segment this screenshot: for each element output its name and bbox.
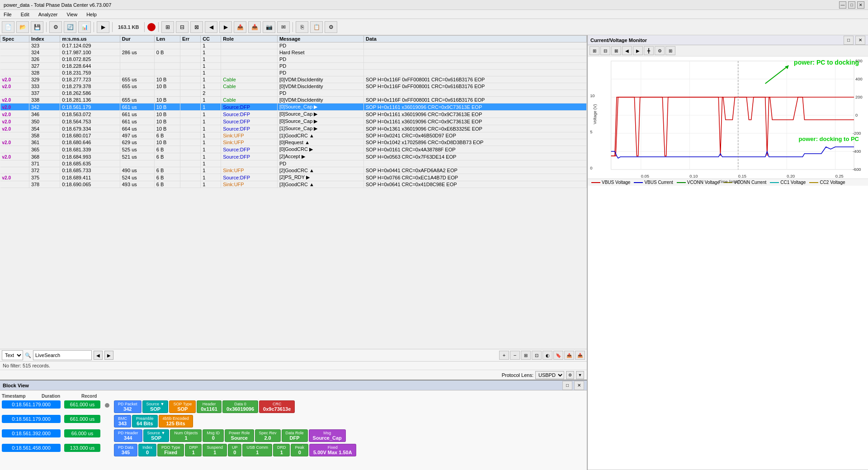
- zoom-out-button[interactable]: ⊟: [176, 21, 189, 33]
- protocol-expand-button[interactable]: ▼: [576, 371, 584, 379]
- settings-button[interactable]: ⚙: [49, 21, 62, 33]
- cell-index: 327: [29, 63, 60, 70]
- search-nav-next[interactable]: ▶: [104, 351, 113, 360]
- open-file-button[interactable]: 📂: [16, 21, 29, 33]
- protocol-config-button[interactable]: ⚙: [566, 371, 574, 379]
- table-row[interactable]: 371 0:18.685.635 1 PD: [0, 160, 587, 167]
- block-view-close[interactable]: ✕: [574, 381, 584, 390]
- filter-button[interactable]: ⊞: [521, 351, 531, 360]
- menu-help[interactable]: Help: [85, 12, 99, 17]
- cell-message: [0]Source_Cap ▶: [277, 118, 363, 125]
- cell-role: Sink:UFP: [221, 167, 278, 174]
- cv-table[interactable]: ⊞: [665, 46, 675, 55]
- cell-len: 10 B: [154, 139, 180, 146]
- maximize-button[interactable]: □: [848, 1, 855, 9]
- table-row[interactable]: v2.0 354 0:18.679.334 664 us 10 B 1 Sour…: [0, 125, 587, 132]
- menu-analyzer[interactable]: Analyzer: [37, 12, 60, 17]
- cv-pan-right[interactable]: ▶: [633, 46, 643, 55]
- search-input[interactable]: [33, 350, 92, 360]
- protocol-select[interactable]: USBPD USB: [535, 371, 564, 379]
- cell-cc: 1: [201, 139, 221, 146]
- refresh-button[interactable]: 🔄: [64, 21, 76, 33]
- table-scroll[interactable]: Spec Index m:s.ms.us Dur Len Err CC Role…: [0, 35, 587, 349]
- table-row[interactable]: 324 0:17.987.100 286 us 0 B 1 Hard Reset: [0, 49, 587, 56]
- table-row[interactable]: 372 0:18.685.733 490 us 6 B 1 Sink:UFP […: [0, 167, 587, 174]
- remove-row-button[interactable]: −: [510, 351, 520, 360]
- cell-data: SOP H=0x1361 x36019096 CRC=0xE6B3325E EO…: [364, 125, 587, 132]
- table-row[interactable]: v2.0 361 0:18.680.646 629 us 10 B 1 Sink…: [0, 139, 587, 146]
- new-file-button[interactable]: 📄: [2, 21, 14, 33]
- prev-button[interactable]: ◀: [205, 21, 217, 33]
- save-file-button[interactable]: 💾: [31, 21, 43, 33]
- menu-view[interactable]: View: [65, 12, 80, 17]
- table-row[interactable]: 337 0:18.262.586 2 PD: [0, 90, 587, 97]
- table-row[interactable]: 328 0:18.231.759 1 PD: [0, 70, 587, 76]
- svg-text:5: 5: [590, 130, 592, 134]
- cell-len: 6 B: [154, 132, 180, 139]
- minimize-button[interactable]: —: [839, 1, 846, 9]
- table-row[interactable]: 358 0:18.680.017 497 us 6 B 1 Sink:UFP […: [0, 132, 587, 139]
- copy-button[interactable]: ⎘: [296, 21, 308, 33]
- collapse-button[interactable]: ◐: [542, 351, 552, 360]
- fit-button[interactable]: ⊠: [190, 21, 203, 33]
- analyze-button[interactable]: 📊: [78, 21, 91, 33]
- table-row[interactable]: 365 0:18.681.339 525 us 6 B 1 Source:DFP…: [0, 146, 587, 153]
- cell-role: Sink:UFP: [221, 139, 278, 146]
- cell-index: 324: [29, 49, 60, 56]
- table-row[interactable]: v2.0 375 0:18.689.411 524 us 6 B 1 Sourc…: [0, 174, 587, 181]
- import-filter-button[interactable]: 📥: [575, 351, 585, 360]
- add-row-button[interactable]: +: [499, 351, 509, 360]
- bookmark-button[interactable]: 🔖: [553, 351, 563, 360]
- cv-zoom-in[interactable]: ⊞: [590, 46, 599, 55]
- email-button[interactable]: ✉: [277, 21, 290, 33]
- gear-circle-button[interactable]: ⚙: [325, 21, 337, 33]
- paste-button[interactable]: 📋: [310, 21, 323, 33]
- table-row[interactable]: 378 0:18.690.065 493 us 6 B 1 Sink:UFP […: [0, 181, 587, 188]
- menu-file[interactable]: File: [2, 12, 14, 17]
- cell-dur: [120, 56, 154, 63]
- cell-err: [180, 132, 201, 139]
- play-button[interactable]: ▶: [97, 21, 109, 33]
- table-row[interactable]: v2.0 338 0:18.281.136 655 us 10 B 1 Cabl…: [0, 97, 587, 103]
- search-type-select[interactable]: Text Hex Dec: [2, 350, 23, 360]
- table-row[interactable]: v2.0 342 0:18.561.179 661 us 10 B 1 Sour…: [0, 103, 587, 111]
- block-item: Num Objects 1: [170, 429, 202, 442]
- table-row[interactable]: 323 0:17.124.029 1 PD: [0, 42, 587, 49]
- table-row[interactable]: v2.0 368 0:18.684.993 521 us 6 B 1 Sourc…: [0, 153, 587, 160]
- cell-time: 0:17.124.029: [60, 42, 120, 49]
- cell-role: [221, 42, 278, 49]
- table-row[interactable]: 327 0:18.228.644 1 PD: [0, 63, 587, 70]
- cell-data: SOP H=0x0766 CRC=0xEC1A4B7D EOP: [364, 174, 587, 181]
- cell-len: [154, 42, 180, 49]
- cell-err: [180, 56, 201, 63]
- zoom-in-button[interactable]: ⊞: [161, 21, 174, 33]
- capture-button[interactable]: 📷: [263, 21, 275, 33]
- import-button[interactable]: 📥: [248, 21, 261, 33]
- cv-settings[interactable]: ⚙: [655, 46, 665, 55]
- table-row[interactable]: v2.0 350 0:18.564.753 661 us 10 B 1 Sour…: [0, 118, 587, 125]
- block-timestamp: 0:18.561.179.000: [2, 400, 61, 409]
- table-row[interactable]: 326 0:18.072.825 1 PD: [0, 56, 587, 63]
- cv-cursor[interactable]: ╋: [644, 46, 654, 55]
- table-row[interactable]: v2.0 329 0:18.277.723 655 us 10 B 1 Cabl…: [0, 76, 587, 83]
- table-row[interactable]: v2.0 346 0:18.563.072 661 us 10 B 1 Sour…: [0, 111, 587, 118]
- cell-cc: 1: [201, 76, 221, 83]
- expand-button[interactable]: ⊡: [532, 351, 542, 360]
- cell-spec: [0, 181, 29, 188]
- cv-zoom-out[interactable]: ⊟: [600, 46, 610, 55]
- cv-close-button[interactable]: ✕: [855, 36, 865, 45]
- cv-pan-left[interactable]: ◀: [622, 46, 632, 55]
- export-filter-button[interactable]: 📤: [564, 351, 574, 360]
- table-row[interactable]: v2.0 333 0:18.279.378 655 us 10 B 1 Cabl…: [0, 83, 587, 90]
- block-view-maximize[interactable]: □: [562, 381, 572, 390]
- cell-index: 371: [29, 160, 60, 167]
- search-nav-prev[interactable]: ◀: [94, 351, 103, 360]
- cell-err: [180, 118, 201, 125]
- cv-fit[interactable]: ⊠: [611, 46, 621, 55]
- next-button[interactable]: ▶: [219, 21, 232, 33]
- close-button[interactable]: ✕: [857, 1, 864, 9]
- menu-edit[interactable]: Edit: [19, 12, 31, 17]
- cv-maximize-button[interactable]: □: [844, 36, 854, 45]
- export-button[interactable]: 📤: [234, 21, 246, 33]
- cell-index: 326: [29, 56, 60, 63]
